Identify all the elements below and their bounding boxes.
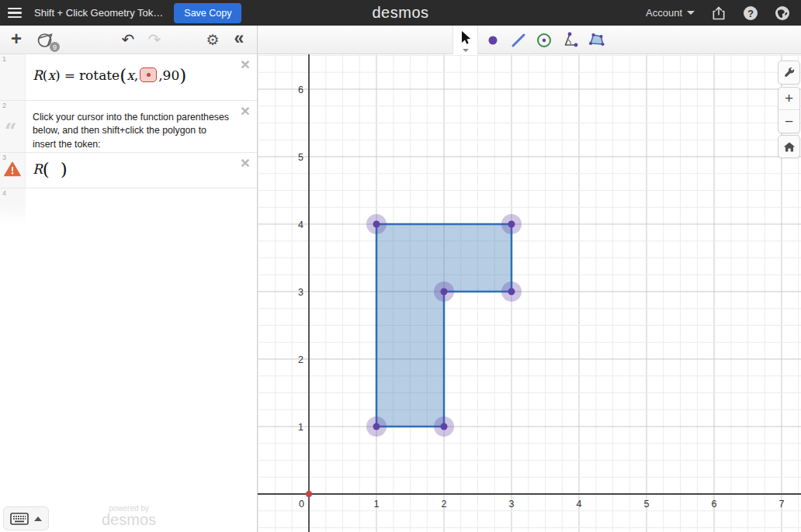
math-function-name: R (33, 67, 43, 83)
top-header: Shift + Click Geometry Tok… Save Copy de… (0, 0, 801, 26)
globe-icon (775, 5, 790, 21)
math-paren: ) (61, 159, 68, 179)
menu-button[interactable] (8, 6, 25, 20)
note-quote-icon: “ (5, 119, 17, 143)
math-operator: rotate (79, 67, 120, 83)
undo-button[interactable]: ↶ (118, 29, 138, 50)
polygon-vertex-point[interactable] (508, 288, 515, 295)
graph-canvas[interactable]: 01234567123456 (258, 54, 801, 532)
point-tool[interactable] (484, 31, 502, 50)
expression-row-1[interactable]: 1 R(x)=rotate(x,,90) × (0, 54, 257, 101)
polygon-tool-icon (588, 32, 606, 49)
chevron-up-icon (34, 516, 42, 521)
x-tick-label: 6 (712, 499, 717, 510)
expression-math[interactable]: R(x)=rotate(x,,90) (26, 54, 186, 100)
redo-icon: ↷ (148, 30, 161, 49)
warning-icon (4, 161, 21, 180)
polygon-vertex-point[interactable] (441, 288, 448, 295)
math-paren: ) (55, 67, 61, 83)
document-title: Shift + Click Geometry Tok… (34, 7, 163, 19)
expression-toolbar: + 9 ↶ ↷ ⚙ « (0, 26, 257, 54)
badge-count: 9 (50, 42, 60, 52)
help-button[interactable]: ? (743, 5, 758, 21)
row-gutter[interactable]: 2 “ (0, 101, 26, 152)
remove-expression-button[interactable]: × (241, 154, 250, 171)
account-menu[interactable]: Account (646, 7, 695, 19)
point-token (140, 67, 157, 82)
row-gutter[interactable]: 4 (0, 188, 26, 224)
row-number: 2 (2, 102, 6, 109)
expression-row-2[interactable]: 2 “ Click your cursor into the function … (0, 101, 257, 153)
expression-row-4[interactable]: 4 (0, 188, 257, 224)
row-number: 3 (2, 154, 6, 161)
polygon-vertex-point[interactable] (441, 423, 448, 430)
y-tick-label: 3 (298, 287, 303, 298)
math-paren: ( (43, 159, 50, 179)
share-button[interactable] (711, 5, 726, 21)
segment-tool-icon (510, 32, 527, 49)
remove-expression-button[interactable]: × (241, 56, 250, 72)
question-icon: ? (743, 5, 758, 21)
x-tick-label: 3 (509, 499, 515, 510)
math-function-name: R (33, 161, 43, 177)
save-copy-button[interactable]: Save Copy (174, 3, 241, 23)
expression-panel: + 9 ↶ ↷ ⚙ « 1 (0, 26, 258, 532)
math-variable: x (127, 67, 134, 83)
math-args: ,90 (158, 67, 179, 83)
default-view-button[interactable] (778, 135, 800, 158)
polygon-vertex-point[interactable] (373, 423, 380, 430)
graph-settings-button[interactable] (778, 60, 800, 85)
polygon-vertex-point[interactable] (373, 221, 380, 228)
select-tool[interactable] (453, 26, 478, 54)
undo-icon: ↶ (122, 30, 135, 49)
redo-button[interactable]: ↷ (144, 29, 165, 50)
note-text[interactable]: Click your cursor into the function pare… (26, 101, 251, 152)
home-icon (783, 141, 796, 153)
chevron-down-icon (463, 49, 469, 52)
graph-area: 01234567123456 + − (258, 26, 801, 532)
math-equals: = (64, 67, 75, 83)
x-tick-label: 7 (779, 499, 785, 510)
y-tick-label: 6 (298, 85, 303, 95)
chevron-double-left-icon: « (234, 29, 244, 47)
expression-row-3[interactable]: 3 R() × (0, 153, 257, 188)
collapse-panel-button[interactable]: « (229, 29, 249, 50)
angle-tool-icon (562, 32, 579, 49)
circle-tool[interactable] (535, 31, 553, 50)
zoom-controls: + − (778, 87, 800, 133)
zoom-in-button[interactable]: + (778, 88, 799, 110)
cursor-arrow-icon (459, 30, 473, 46)
geometry-tools-button[interactable]: 9 (36, 29, 56, 50)
svg-text:?: ? (747, 8, 754, 19)
math-paren: ( (120, 65, 127, 85)
math-variable: x (47, 67, 55, 83)
expression-math[interactable]: R() (26, 153, 68, 188)
keyboard-toggle-button[interactable] (3, 506, 49, 530)
row-gutter[interactable]: 1 (0, 54, 26, 100)
row-gutter[interactable]: 3 (0, 153, 26, 188)
y-tick-label: 2 (298, 354, 303, 365)
polygon-vertex-point[interactable] (508, 221, 515, 228)
circle-tool-icon (536, 32, 553, 49)
x-tick-label: 4 (577, 499, 582, 510)
origin-point[interactable] (306, 491, 312, 497)
keyboard-icon (10, 513, 29, 525)
add-expression-button[interactable]: + (6, 29, 26, 50)
math-comma: , (134, 67, 138, 83)
remove-expression-button[interactable]: × (241, 102, 250, 119)
zoom-out-button[interactable]: − (778, 110, 799, 133)
settings-button[interactable]: ⚙ (203, 29, 223, 50)
polygon-tool[interactable] (588, 31, 606, 50)
chevron-down-icon (687, 11, 695, 15)
x-tick-label: 2 (442, 499, 447, 510)
gear-icon: ⚙ (206, 31, 219, 49)
wrench-icon (782, 66, 796, 79)
language-button[interactable] (775, 5, 790, 21)
y-tick-label: 5 (298, 152, 303, 163)
row-number: 4 (2, 189, 6, 197)
x-tick-label: 5 (644, 499, 650, 510)
segment-tool[interactable] (509, 31, 528, 50)
angle-tool[interactable] (561, 31, 580, 50)
share-icon (711, 5, 726, 21)
row-number: 1 (2, 55, 6, 63)
